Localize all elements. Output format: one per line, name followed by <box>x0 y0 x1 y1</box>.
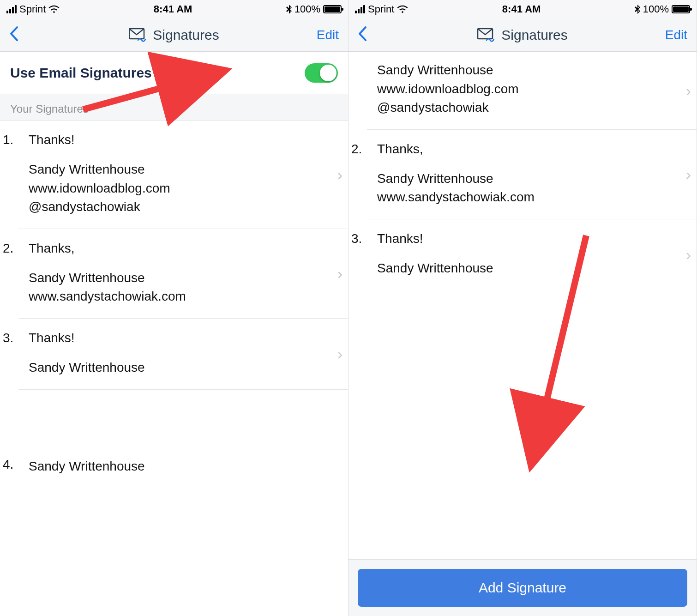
use-signatures-row: Use Email Signatures <box>0 52 348 94</box>
chevron-right-icon: › <box>686 81 691 99</box>
edit-button[interactable]: Edit <box>317 28 339 42</box>
signature-line: Sandy Writtenhouse <box>29 160 338 179</box>
signature-number: 2. <box>3 241 13 256</box>
signature-item[interactable]: 1. Thanks! Sandy Writtenhouse www.idownl… <box>18 121 348 229</box>
carrier-label: Sprint <box>19 3 46 15</box>
signature-item[interactable]: Sandy Writtenhouse www.idownloadblog.com… <box>367 52 697 130</box>
battery-percent: 100% <box>643 3 669 15</box>
wifi-icon <box>397 5 408 13</box>
signature-line: Sandy Writtenhouse <box>29 457 338 476</box>
chevron-right-icon: › <box>337 165 342 183</box>
battery-icon <box>672 5 690 13</box>
chevron-right-icon: › <box>337 345 342 363</box>
signature-item[interactable]: 4. Sandy Writtenhouse <box>18 445 348 476</box>
signature-line: Sandy Writtenhouse <box>29 269 338 288</box>
battery-percent: 100% <box>294 3 320 15</box>
status-time: 8:41 AM <box>502 3 541 15</box>
signature-list: Sandy Writtenhouse www.idownloadblog.com… <box>348 52 697 559</box>
use-signatures-toggle[interactable] <box>305 63 338 83</box>
page-title: Signatures <box>153 27 219 43</box>
signature-greeting: Thanks! <box>377 231 686 246</box>
signature-number: 1. <box>3 133 13 147</box>
page-title: Signatures <box>501 27 567 43</box>
wifi-icon <box>48 5 60 13</box>
signal-icon <box>6 5 17 13</box>
phone-left: Sprint 8:41 AM 100% Signatures E <box>0 0 348 616</box>
signature-item[interactable]: 2. Thanks, Sandy Writtenhouse www.sandys… <box>18 229 348 319</box>
use-signatures-label: Use Email Signatures <box>10 65 152 81</box>
signature-number: 4. <box>3 457 13 472</box>
chevron-right-icon: › <box>686 246 691 264</box>
signature-line: @sandystachowiak <box>29 198 338 217</box>
signal-icon <box>355 5 365 13</box>
carrier-label: Sprint <box>368 3 394 15</box>
signatures-app-icon <box>129 28 146 42</box>
add-signature-button[interactable]: Add Signature <box>358 569 687 607</box>
add-signature-footer: Add Signature <box>348 559 697 616</box>
signature-line: www.sandystachowiak.com <box>29 287 338 306</box>
signature-line: Sandy Writtenhouse <box>377 169 686 188</box>
your-signatures-header: Your Signatures <box>0 94 348 121</box>
signature-number: 2. <box>351 142 362 157</box>
bluetooth-icon <box>286 5 292 14</box>
signature-line: www.sandystachowiak.com <box>377 188 686 207</box>
signature-number: 3. <box>351 231 362 246</box>
edit-button[interactable]: Edit <box>665 28 687 42</box>
signature-line: Sandy Writtenhouse <box>377 61 686 80</box>
signature-line: www.idownloadblog.com <box>377 80 686 99</box>
signature-greeting: Thanks, <box>377 142 686 157</box>
signature-line: www.idownloadblog.com <box>29 179 338 198</box>
signature-greeting: Thanks! <box>29 133 338 147</box>
signature-line: Sandy Writtenhouse <box>29 358 338 377</box>
signature-number: 3. <box>3 331 13 345</box>
chevron-right-icon: › <box>337 265 342 283</box>
signature-list: 1. Thanks! Sandy Writtenhouse www.idownl… <box>0 121 348 616</box>
signature-greeting: Thanks, <box>29 241 338 256</box>
nav-header: Signatures Edit <box>348 18 697 52</box>
signature-item[interactable]: 3. Thanks! Sandy Writtenhouse › <box>367 219 697 290</box>
signature-item[interactable]: 3. Thanks! Sandy Writtenhouse › <box>18 319 348 390</box>
back-button[interactable] <box>358 26 367 44</box>
signature-line: Sandy Writtenhouse <box>377 259 686 278</box>
phone-right: Sprint 8:41 AM 100% Signatures E <box>348 0 697 616</box>
signature-line: @sandystachowiak <box>377 98 686 117</box>
chevron-right-icon: › <box>686 165 691 183</box>
signatures-app-icon <box>477 28 495 42</box>
bluetooth-icon <box>635 5 640 14</box>
status-bar: Sprint 8:41 AM 100% <box>0 0 348 18</box>
signature-greeting: Thanks! <box>29 331 338 345</box>
back-button[interactable] <box>9 26 18 44</box>
signature-item[interactable]: 2. Thanks, Sandy Writtenhouse www.sandys… <box>367 130 697 219</box>
status-bar: Sprint 8:41 AM 100% <box>348 0 697 18</box>
status-time: 8:41 AM <box>154 3 192 15</box>
nav-header: Signatures Edit <box>0 18 348 52</box>
battery-icon <box>323 5 342 13</box>
